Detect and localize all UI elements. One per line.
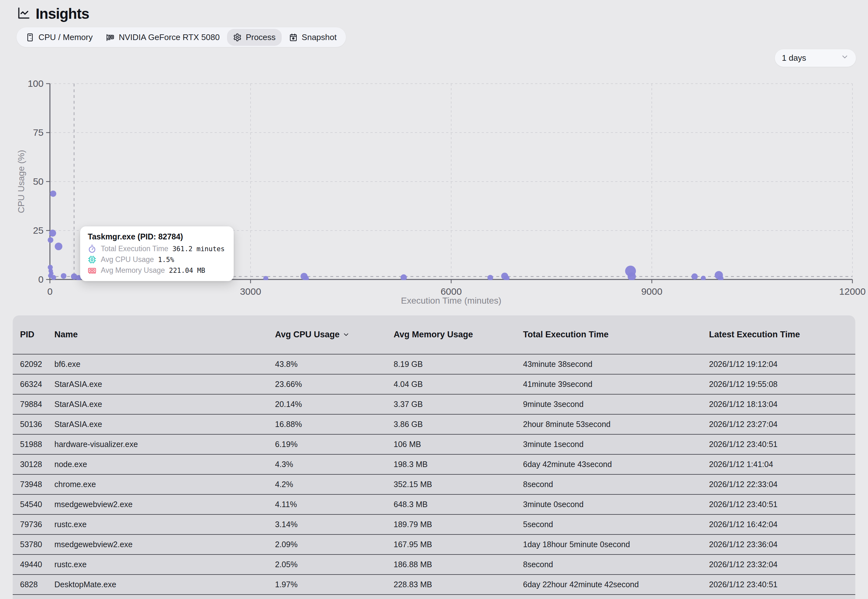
table-row[interactable]: 51988hardware-visualizer.exe6.19%106 MB3… xyxy=(13,434,855,454)
table-cell: 49440 xyxy=(20,560,54,569)
table-row[interactable]: 79884StarASIA.exe20.14%3.37 GB9minute 3s… xyxy=(13,394,855,414)
table-cell: 1.97% xyxy=(275,580,394,589)
column-label: Name xyxy=(54,330,78,340)
table-cell: 51988 xyxy=(20,440,54,449)
column-header-total-execution-time[interactable]: Total Execution Time xyxy=(523,330,709,340)
column-header-pid[interactable]: PID xyxy=(20,330,54,340)
table-cell: 186.88 MB xyxy=(394,560,523,569)
table-cell: 50136 xyxy=(20,420,54,429)
table-cell: StarASIA.exe xyxy=(54,379,275,389)
table-cell: msedgewebview2.exe xyxy=(54,540,275,549)
table-cell: 2026/1/12 16:42:04 xyxy=(709,520,855,529)
tooltip-value: 1.5% xyxy=(158,256,174,263)
table-cell: rustc.exe xyxy=(54,520,275,529)
scatter-point[interactable] xyxy=(692,274,698,280)
scatter-point[interactable] xyxy=(701,275,706,281)
column-label: PID xyxy=(20,330,35,340)
table-cell: StarASIA.exe xyxy=(54,420,275,429)
table-row[interactable]: 6828DesktopMate.exe1.97%228.83 MB6day 22… xyxy=(13,574,855,594)
table-cell: 23.66% xyxy=(275,379,394,389)
scatter-point[interactable] xyxy=(401,274,407,281)
table-row[interactable]: 30128node.exe4.3%198.3 MB6day 42minute 4… xyxy=(13,454,855,474)
scatter-point[interactable] xyxy=(627,272,636,281)
table-cell: 62092 xyxy=(20,360,54,369)
scatter-point[interactable] xyxy=(49,230,56,236)
tooltip-label: Avg CPU Usage xyxy=(101,255,154,264)
cpu-chip-icon xyxy=(88,255,96,264)
tooltip-title: Taskmgr.exe (PID: 82784) xyxy=(88,232,225,241)
scatter-point[interactable] xyxy=(487,275,493,280)
column-header-avg-cpu-usage[interactable]: Avg CPU Usage xyxy=(275,330,394,340)
tooltip-row: Avg CPU Usage 1.5% xyxy=(88,255,225,264)
table-cell: 2026/1/12 23:40:51 xyxy=(709,500,855,509)
table-row[interactable]: 66324StarASIA.exe23.66%4.04 GB41minute 3… xyxy=(13,374,855,394)
table-cell: DesktopMate.exe xyxy=(54,580,275,589)
table-cell: 4.3% xyxy=(275,460,394,469)
table-cell: 198.3 MB xyxy=(394,460,523,469)
table-row[interactable]: 73948chrome.exe4.2%352.15 MB8second2026/… xyxy=(13,474,855,494)
table-cell: bf6.exe xyxy=(54,360,275,369)
table-cell: 1day 18hour 5minute 0second xyxy=(523,540,709,549)
table-cell: 352.15 MB xyxy=(394,480,523,489)
timer-icon xyxy=(88,244,96,253)
table-row[interactable]: 50136StarASIA.exe16.88%3.86 GB2hour 8min… xyxy=(13,414,855,434)
scatter-point[interactable] xyxy=(61,273,66,279)
scatter-point[interactable] xyxy=(303,275,309,281)
tooltip-label: Avg Memory Usage xyxy=(101,266,165,275)
table-cell: 648.3 MB xyxy=(394,500,523,509)
tooltip-row: Avg Memory Usage 221.04 MB xyxy=(88,266,225,275)
tooltip-label: Total Execution Time xyxy=(101,244,168,253)
scatter-point[interactable] xyxy=(55,242,62,250)
table-cell: 4.11% xyxy=(275,500,394,509)
table-cell: 66324 xyxy=(20,379,54,389)
table-cell: 6day 22hour 42minute 42second xyxy=(523,580,709,589)
process-table: PIDNameAvg CPU UsageAvg Memory UsageTota… xyxy=(13,315,855,599)
table-row[interactable]: 81348chrome.exe1.96%85.34 MB36second2026… xyxy=(13,594,855,599)
memory-stick-icon xyxy=(88,266,96,275)
table-cell: 3.14% xyxy=(275,520,394,529)
table-row[interactable]: 62092bf6.exe43.8%8.19 GB43minute 38secon… xyxy=(13,354,855,374)
scatter-point[interactable] xyxy=(48,237,53,243)
x-tick-label: 3000 xyxy=(240,286,261,296)
table-cell: 16.88% xyxy=(275,420,394,429)
table-cell: 73948 xyxy=(20,480,54,489)
table-body: 62092bf6.exe43.8%8.19 GB43minute 38secon… xyxy=(13,354,855,599)
table-row[interactable]: 54540msedgewebview2.exe4.11%648.3 MB3min… xyxy=(13,494,855,514)
scatter-point[interactable] xyxy=(504,275,510,281)
table-cell: hardware-visualizer.exe xyxy=(54,440,275,449)
table-cell: 6828 xyxy=(20,580,54,589)
column-header-avg-memory-usage[interactable]: Avg Memory Usage xyxy=(394,330,523,340)
table-cell: 3minute 1second xyxy=(523,440,709,449)
table-cell: 2.05% xyxy=(275,560,394,569)
column-label: Total Execution Time xyxy=(523,330,609,340)
sort-chevron-down-icon xyxy=(342,331,350,338)
table-cell: 30128 xyxy=(20,460,54,469)
table-cell: 20.14% xyxy=(275,400,394,409)
table-cell: 43minute 38second xyxy=(523,360,709,369)
table-cell: 2026/1/12 23:27:04 xyxy=(709,420,855,429)
column-label: Latest Execution Time xyxy=(709,330,800,340)
table-row[interactable]: 79736rustc.exe3.14%189.79 MB5second2026/… xyxy=(13,514,855,534)
scatter-point[interactable] xyxy=(718,275,724,281)
table-cell: 8.19 GB xyxy=(394,360,523,369)
tooltip-row: Total Execution Time 361.2 minutes xyxy=(88,244,225,253)
scatter-point[interactable] xyxy=(50,190,56,197)
table-header-row: PIDNameAvg CPU UsageAvg Memory UsageTota… xyxy=(13,315,855,354)
table-cell: 2026/1/12 23:32:04 xyxy=(709,560,855,569)
column-header-latest-execution-time[interactable]: Latest Execution Time xyxy=(709,330,855,340)
table-cell: chrome.exe xyxy=(54,480,275,489)
scatter-point[interactable] xyxy=(51,275,56,280)
y-axis-title: CPU Usage (%) xyxy=(16,150,26,213)
scatter-point[interactable] xyxy=(263,276,268,281)
table-cell: 8second xyxy=(523,560,709,569)
table-row[interactable]: 53780msedgewebview2.exe2.09%167.95 MB1da… xyxy=(13,534,855,554)
table-cell: 6.19% xyxy=(275,440,394,449)
table-cell: rustc.exe xyxy=(54,560,275,569)
table-cell: 79736 xyxy=(20,520,54,529)
column-header-name[interactable]: Name xyxy=(54,330,275,340)
table-cell: 53780 xyxy=(20,540,54,549)
chart-tooltip: Taskmgr.exe (PID: 82784) Total Execution… xyxy=(80,226,234,281)
x-tick-label: 6000 xyxy=(441,286,462,296)
table-cell: 167.95 MB xyxy=(394,540,523,549)
table-row[interactable]: 49440rustc.exe2.05%186.88 MB8second2026/… xyxy=(13,554,855,574)
